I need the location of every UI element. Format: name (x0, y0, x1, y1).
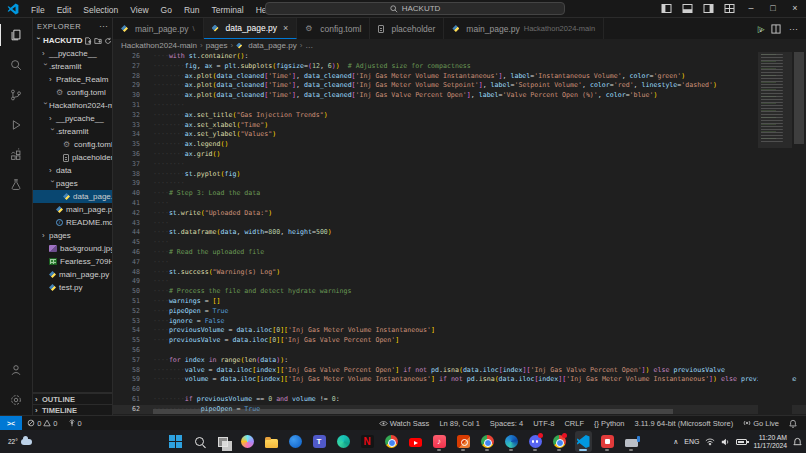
eol-sequence[interactable]: CRLF (559, 419, 589, 428)
code-editor[interactable]: 26····with st.container():27········fig,… (113, 52, 806, 415)
close-tab-icon[interactable]: × (283, 23, 288, 33)
source-control-icon[interactable] (0, 80, 33, 110)
tree-item-config-toml[interactable]: ⚙config.toml (33, 138, 112, 151)
new-file-icon[interactable] (84, 37, 92, 45)
toggle-panel-icon[interactable] (677, 3, 698, 14)
code-line-56[interactable]: 56 (113, 346, 806, 356)
maximize-button[interactable]: □ (762, 0, 784, 17)
tab-placeholder[interactable]: placeholder (370, 18, 444, 39)
code-line-32[interactable]: 32········ax.set_title("Gas Injection Tr… (113, 111, 806, 121)
menu-view[interactable]: View (124, 5, 154, 15)
watch-sass-button[interactable]: Watch Sass (374, 419, 435, 428)
tree-item-main-page-py[interactable]: main_page.py (33, 268, 112, 281)
language-mode[interactable]: {} Python (589, 419, 629, 428)
tree-item-fearless-709h-10-31-[interactable]: Fearless_709H-10_31-... (33, 255, 112, 268)
tree-item-hackathon2024-main[interactable]: ›Hackathon2024-main (33, 99, 112, 112)
bing-app-icon[interactable] (287, 431, 304, 452)
menu-edit[interactable]: Edit (51, 5, 78, 15)
menu-go[interactable]: Go (155, 5, 178, 15)
code-line-48[interactable]: 48····st.success("Warning(s) Log") (113, 268, 806, 278)
search-button-icon[interactable] (191, 431, 208, 452)
code-line-36[interactable]: 36········ax.grid() (113, 150, 806, 160)
command-center-search[interactable]: HACKUTD (265, 2, 565, 15)
vscode-app-icon[interactable] (575, 431, 592, 452)
ports-indicator[interactable]: 0 (63, 419, 87, 428)
refresh-icon[interactable] (104, 37, 112, 45)
timeline-section[interactable]: ›TIMELINE (33, 404, 112, 415)
battery-icon[interactable] (736, 439, 747, 445)
code-line-52[interactable]: 52····pipeOpen = True (113, 307, 806, 317)
breadcrumb-item[interactable]: data_page.py (248, 41, 297, 50)
tab-config-toml[interactable]: ⚙config.toml (297, 18, 370, 39)
horizontal-scrollbar[interactable] (153, 409, 673, 414)
tree-item-placeholder[interactable]: placeholder (33, 151, 112, 164)
tree-item-pages[interactable]: ›pages (33, 229, 112, 242)
tree-item--streamlit[interactable]: ›.streamlit (33, 125, 112, 138)
settings-gear-icon[interactable] (0, 385, 33, 415)
tree-item-data[interactable]: ›data (33, 164, 112, 177)
weather-widget[interactable]: 22° (8, 438, 32, 445)
new-folder-icon[interactable] (94, 37, 102, 45)
code-line-30[interactable]: 30········ax.plot(data_cleaned['Time'], … (113, 91, 806, 101)
store-app-icon[interactable] (335, 431, 352, 452)
extensions-icon[interactable] (0, 140, 33, 170)
tree-item--pycache-[interactable]: ›__pycache__ (33, 47, 112, 60)
chrome-app-icon[interactable] (383, 431, 400, 452)
code-line-45[interactable]: 45···· (113, 238, 806, 248)
tree-item-readme-md[interactable]: iREADME.md (33, 216, 112, 229)
code-line-28[interactable]: 28········ax.plot(data_cleaned['Time'], … (113, 72, 806, 82)
code-line-55[interactable]: 55····previousValve = data.iloc[0]['Inj … (113, 336, 806, 346)
code-line-29[interactable]: 29········ax.plot(data_cleaned['Time'], … (113, 81, 806, 91)
split-editor-icon[interactable] (771, 24, 781, 34)
code-line-37[interactable]: 37········ (113, 160, 806, 170)
tree-item-test-py[interactable]: test.py (33, 281, 112, 294)
breadcrumb[interactable]: Hackathon2024-main›pages›data_page.py›… (113, 39, 806, 52)
notification-bell-icon[interactable] (793, 437, 802, 447)
volume-icon[interactable] (721, 438, 730, 446)
music-app-icon[interactable]: ♪ (431, 431, 448, 452)
wifi-icon[interactable] (705, 438, 715, 446)
youtube-app-icon[interactable] (407, 431, 424, 452)
code-line-53[interactable]: 53····ignore = False (113, 317, 806, 327)
accounts-icon[interactable] (0, 355, 33, 385)
code-line-42[interactable]: 42····st.write("Uploaded Data:") (113, 209, 806, 219)
code-line-27[interactable]: 27········fig, ax = plt.subplots(figsize… (113, 62, 806, 72)
tab-main-page-py[interactable]: main_page.pyHackathon2024-main (444, 18, 604, 39)
file-explorer-app-icon[interactable] (263, 431, 280, 452)
remote-indicator[interactable]: >< (0, 416, 22, 430)
menu-run[interactable]: Run (178, 5, 206, 15)
menu-file[interactable]: File (25, 5, 51, 15)
red-app-icon[interactable] (599, 431, 616, 452)
minimize-button[interactable]: – (740, 0, 762, 17)
language-indicator[interactable]: ENG (684, 438, 699, 445)
code-line-50[interactable]: 50····# Process the file and detect hydr… (113, 287, 806, 297)
code-line-59[interactable]: 59········volume = data.iloc[index]['Inj… (113, 375, 806, 385)
more-actions-icon[interactable]: ··· (789, 24, 798, 34)
code-line-57[interactable]: 57····for index in range(len(data)): (113, 356, 806, 366)
office-app-icon[interactable] (455, 431, 472, 452)
notifications-bell-icon[interactable] (784, 419, 802, 428)
python-interpreter[interactable]: 3.11.9 64-bit (Microsoft Store) (629, 419, 738, 428)
tree-item-pages[interactable]: ›pages (33, 177, 112, 190)
teams-app-icon[interactable]: T (311, 431, 328, 452)
explorer-icon[interactable] (0, 20, 33, 50)
testing-icon[interactable] (0, 170, 33, 200)
start-button-icon[interactable] (167, 431, 184, 452)
tree-item-background-jpg[interactable]: background.jpg (33, 242, 112, 255)
encoding[interactable]: UTF-8 (528, 419, 559, 428)
chrome-app-2-icon[interactable] (479, 431, 496, 452)
tree-item-data-page-py[interactable]: data_page.py (33, 190, 112, 203)
run-python-file-button[interactable]: ▷∨ (758, 24, 763, 34)
code-line-41[interactable]: 41···· (113, 199, 806, 209)
indentation[interactable]: Spaces: 4 (485, 419, 528, 428)
tree-item-main-page-py[interactable]: main_page.py (33, 203, 112, 216)
code-line-38[interactable]: 38········st.pyplot(fig) (113, 170, 806, 180)
cursor-position[interactable]: Ln 89, Col 1 (434, 419, 484, 428)
code-line-49[interactable]: 49···· (113, 277, 806, 287)
tree-item--streamlit[interactable]: ›.streamlit (33, 60, 112, 73)
run-and-debug-icon[interactable] (0, 110, 33, 140)
code-line-44[interactable]: 44····st.dataframe(data, width=800, heig… (113, 228, 806, 238)
chrome-app-3-icon[interactable] (551, 431, 568, 452)
task-view-button-icon[interactable] (215, 431, 232, 452)
code-line-31[interactable]: 31········ (113, 101, 806, 111)
